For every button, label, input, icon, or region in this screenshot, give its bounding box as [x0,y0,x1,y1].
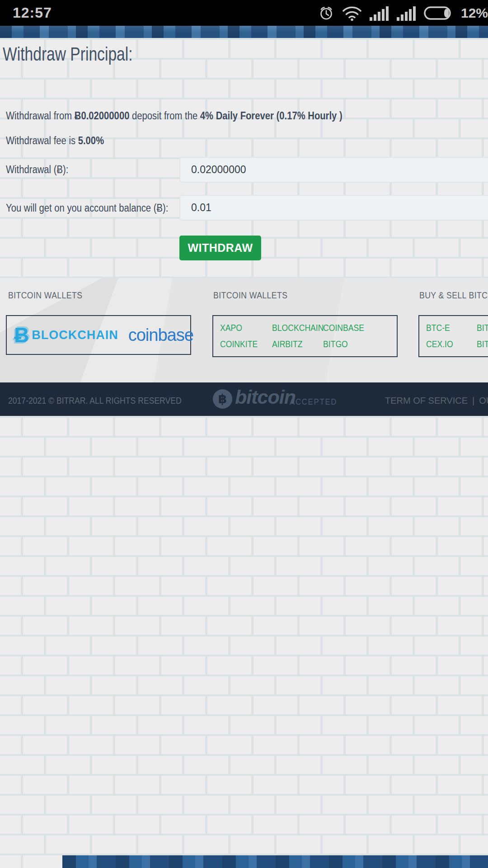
wallet-link-coinbase[interactable]: COINBASE [323,322,370,334]
wallet-link-bitgo[interactable]: BITGO [323,338,370,350]
exchange-link-cutoff-2[interactable]: BIT [477,338,488,350]
exchange-link-btce[interactable]: BTC-E [426,322,477,334]
withdrawal-amount-label: Withdrawal (Ƀ): [6,164,77,176]
our-rates-link[interactable]: OUR RA [479,396,488,406]
deposit-amount: Ƀ0.02000000 [75,110,130,122]
footer-copyright: 2017-2021 © BITRAR. ALL RIGHTS RESERVED [8,396,205,406]
signal-icon [370,5,389,21]
wallet-link-blockchain[interactable]: BLOCKCHAIN [272,322,323,334]
status-bar: 12:57 [0,0,488,26]
withdraw-button[interactable]: WITHDRAW [179,236,261,260]
clock-time: 12:57 [13,5,52,21]
withdrawal-fee-line: Withdrawal fee is 5.00% [6,135,117,147]
withdrawal-amount-input[interactable] [179,157,488,183]
wallet-link-airbitz[interactable]: AIRBITZ [272,338,323,350]
withdrawal-info-line: Withdrawal from Ƀ0.02000000 deposit from… [6,110,388,122]
bottom-banner-sliver [62,855,488,868]
footer-links: TERM OF SERVICE|OUR RA [385,396,488,406]
page-title: Withdraw Principal: [3,43,165,65]
exchange-link-cutoff-1[interactable]: BIT [477,322,488,334]
alarm-icon [318,5,334,21]
fee-percent: 5.00% [78,135,104,146]
wifi-icon [342,5,362,21]
wallets-heading-3: BUY & SELL BITCO [419,290,488,301]
wallet-link-xapo[interactable]: XAPO [220,322,272,334]
bitcoin-accepted-wordmark: bitcoin [235,386,296,408]
wallet-links-box: XAPO BLOCKCHAIN COINBASE COINKITE AIRBIT… [212,315,398,357]
footer-link-separator: | [472,396,474,406]
exchange-links-box: BTC-E BIT CEX.IO BIT [418,315,488,357]
phone-screen: 12:57 [0,0,488,868]
wallets-heading-2: BITCOIN WALLETS [213,290,298,301]
account-balance-label: You will get on you account balance (Ƀ): [6,202,190,214]
bitcoin-accepted-icon: ฿ [213,389,232,409]
exchange-link-cexio[interactable]: CEX.IO [426,338,477,350]
bitcoin-accepted-label: ACCEPTED [290,397,343,407]
blockchain-logo-link[interactable]: BLOCKCHAIN [32,328,118,342]
wallets-heading-1: BITCOIN WALLETS [8,290,93,301]
coinbase-logo-link[interactable]: coinbase [128,326,193,345]
blockchain-logo-icon[interactable]: Ƀ [14,323,29,347]
wallet-logos-box: Ƀ BLOCKCHAIN coinbase [6,315,191,355]
battery-percent: 12% [461,5,488,21]
status-icons [318,5,452,21]
battery-icon [424,6,452,20]
signal-icon [397,5,417,21]
plan-name: 4% Daily Forever (0.17% Hourly ) [200,110,343,122]
wallet-link-coinkite[interactable]: COINKITE [220,338,272,350]
terms-of-service-link[interactable]: TERM OF SERVICE [385,396,468,406]
account-balance-input[interactable] [179,195,488,221]
site-header-banner-image [0,26,488,38]
